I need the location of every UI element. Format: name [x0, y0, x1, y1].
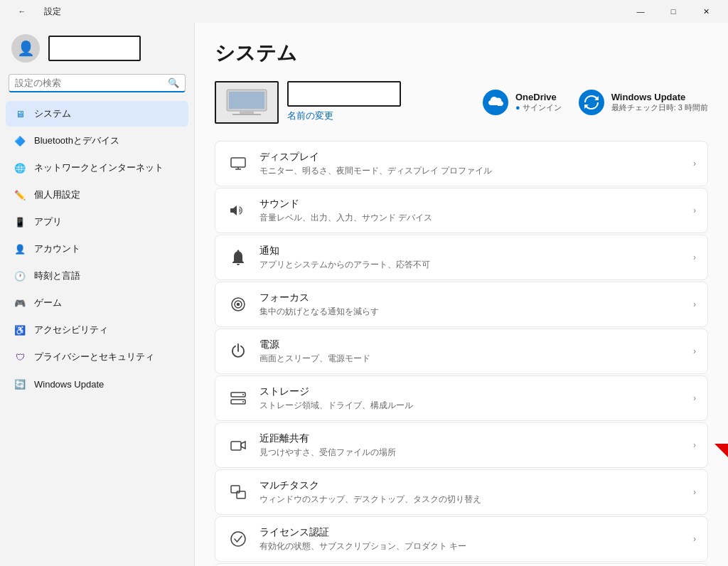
focus-chevron: › [693, 299, 696, 309]
main-container: 👤 🔍 🖥 システム 🔷 Bluetoothとデバイス 🌐 ネットワークとインタ… [0, 23, 728, 566]
nearby-chevron: › [693, 440, 696, 450]
sidebar-item-label: アクセシビリティ [34, 324, 108, 336]
device-name-section: 名前の変更 [287, 81, 401, 122]
onedrive-icon [483, 90, 508, 115]
sidebar-nav: 🖥 システム 🔷 Bluetoothとデバイス 🌐 ネットワークとインターネット… [0, 98, 194, 400]
rename-link[interactable]: 名前の変更 [287, 110, 401, 122]
back-button[interactable]: ← [6, 0, 38, 23]
update-subtitle: 最終チェック日時: 3 時間前 [611, 102, 708, 113]
activation-title: ライセンス認証 [259, 526, 693, 539]
sound-text: サウンド 音量レベル、出力、入力、サウンド デバイス [259, 198, 693, 224]
maximize-button[interactable]: □ [657, 0, 690, 23]
settings-item-focus[interactable]: フォーカス 集中の妨げとなる通知を減らす › [215, 282, 708, 327]
gaming-icon: 🎮 [13, 296, 27, 310]
svg-point-9 [237, 304, 240, 306]
sidebar-item-personalization[interactable]: ✏️ 個人用設定 [6, 182, 188, 208]
sidebar-item-system[interactable]: 🖥 システム [6, 101, 188, 127]
device-boxes: 名前の変更 [215, 81, 401, 124]
focus-title: フォーカス [259, 292, 693, 304]
sidebar-item-network[interactable]: 🌐 ネットワークとインターネット [6, 155, 188, 181]
status-widgets: OneDrive ● サインイン Windows Update [483, 90, 708, 115]
titlebar-title: 設定 [44, 6, 61, 18]
display-title: ディスプレイ [259, 151, 693, 164]
multitask-title: マルチタスク [259, 479, 693, 492]
settings-item-sound[interactable]: サウンド 音量レベル、出力、入力、サウンド デバイス › [215, 188, 708, 233]
sidebar-item-apps[interactable]: 📱 アプリ [6, 209, 188, 235]
notifications-desc: アプリとシステムからのアラート、応答不可 [259, 259, 693, 271]
update-refresh-icon [584, 95, 599, 110]
power-icon [227, 340, 250, 363]
nearby-title: 近距離共有 [259, 432, 693, 445]
sidebar-item-label: プライバシーとセキュリティ [34, 351, 154, 363]
sidebar-item-accounts[interactable]: 👤 アカウント [6, 236, 188, 262]
svg-rect-4 [231, 158, 245, 167]
content-area: システム 名前の変更 [195, 23, 728, 566]
onedrive-title: OneDrive [515, 92, 562, 102]
notifications-title: 通知 [259, 245, 693, 257]
windows-update-icon [579, 90, 604, 115]
settings-item-multitask[interactable]: マルチタスク ウィンドウのスナップ、デスクトップ、タスクの切り替え › [215, 469, 708, 515]
svg-rect-3 [232, 114, 261, 115]
settings-item-activation[interactable]: ライセンス認証 有効化の状態、サブスクリプション、プロダクト キー › [215, 516, 708, 562]
info-bar: 名前の変更 OneDrive ● サインイン [215, 81, 708, 124]
windows-update-widget[interactable]: Windows Update 最終チェック日時: 3 時間前 [579, 90, 708, 115]
activation-svg-icon [230, 531, 246, 547]
onedrive-widget[interactable]: OneDrive ● サインイン [483, 90, 562, 115]
settings-item-nearby[interactable]: 近距離共有 見つけやすさ、受信ファイルの場所 › [215, 422, 708, 468]
sidebar-item-update[interactable]: 🔄 Windows Update [6, 371, 188, 397]
settings-item-power[interactable]: 電源 画面とスリープ、電源モード › [215, 329, 708, 374]
multitask-text: マルチタスク ウィンドウのスナップ、デスクトップ、タスクの切り替え [259, 479, 693, 506]
settings-item-storage[interactable]: ストレージ ストレージ領域、ドライブ、構成ルール › [215, 375, 708, 421]
sidebar-item-gaming[interactable]: 🎮 ゲーム [6, 290, 188, 316]
sidebar-item-privacy[interactable]: 🛡 プライバシーとセキュリティ [6, 344, 188, 370]
nearby-desc: 見つけやすさ、受信ファイルの場所 [259, 447, 693, 459]
sidebar-item-bluetooth[interactable]: 🔷 Bluetoothとデバイス [6, 128, 188, 154]
settings-item-notifications[interactable]: 通知 アプリとシステムからのアラート、応答不可 › [215, 235, 708, 280]
red-arrow-annotation [714, 412, 728, 479]
settings-item-troubleshoot[interactable]: トラブルシューティング 推奨されるトラブルシューティング ツール、設定、履歴 › [215, 563, 708, 566]
svg-rect-1 [229, 92, 264, 109]
avatar: 👤 [11, 34, 40, 63]
onedrive-info: OneDrive ● サインイン [515, 92, 562, 113]
notifications-icon [227, 246, 250, 269]
svg-point-19 [231, 532, 245, 546]
multitask-desc: ウィンドウのスナップ、デスクトップ、タスクの切り替え [259, 493, 693, 506]
personalization-icon: ✏️ [13, 188, 27, 202]
sidebar-item-label: Bluetoothとデバイス [34, 134, 119, 147]
sound-svg-icon [230, 204, 246, 217]
power-chevron: › [693, 346, 696, 356]
sidebar-item-label: Windows Update [34, 379, 104, 390]
update-icon: 🔄 [13, 377, 27, 391]
notifications-chevron: › [693, 252, 696, 262]
red-down-arrow [714, 412, 728, 476]
svg-point-14 [242, 401, 244, 402]
display-desc: モニター、明るさ、夜間モード、ディスプレイ プロファイル [259, 165, 693, 177]
search-input[interactable] [15, 78, 164, 88]
titlebar-left: ← 設定 [6, 0, 61, 23]
sidebar-item-accessibility[interactable]: ♿ アクセシビリティ [6, 317, 188, 343]
storage-chevron: › [693, 393, 696, 403]
accounts-icon: 👤 [13, 242, 27, 256]
focus-desc: 集中の妨げとなる通知を減らす [259, 306, 693, 318]
power-desc: 画面とスリープ、電源モード [259, 353, 693, 365]
accessibility-icon: ♿ [13, 323, 27, 337]
page-title: システム [215, 40, 708, 67]
device-icon-box [215, 81, 279, 124]
search-icon: 🔍 [168, 78, 179, 88]
search-box[interactable]: 🔍 [9, 74, 186, 92]
sidebar-item-time[interactable]: 🕐 時刻と言語 [6, 263, 188, 289]
focus-text: フォーカス 集中の妨げとなる通知を減らす [259, 292, 693, 318]
close-button[interactable]: ✕ [690, 0, 722, 23]
time-icon: 🕐 [13, 269, 27, 283]
multitask-svg-icon [230, 485, 246, 499]
multitask-icon [227, 481, 250, 503]
sidebar-item-label: 時刻と言語 [34, 269, 80, 282]
settings-item-display[interactable]: ディスプレイ モニター、明るさ、夜間モード、ディスプレイ プロファイル › [215, 141, 708, 186]
focus-icon [227, 293, 250, 316]
update-title: Windows Update [611, 92, 708, 102]
minimize-button[interactable]: — [624, 0, 657, 23]
storage-text: ストレージ ストレージ領域、ドライブ、構成ルール [259, 385, 693, 412]
svg-rect-2 [240, 111, 254, 114]
nearby-svg-icon [230, 438, 246, 452]
system-icon: 🖥 [13, 107, 27, 121]
